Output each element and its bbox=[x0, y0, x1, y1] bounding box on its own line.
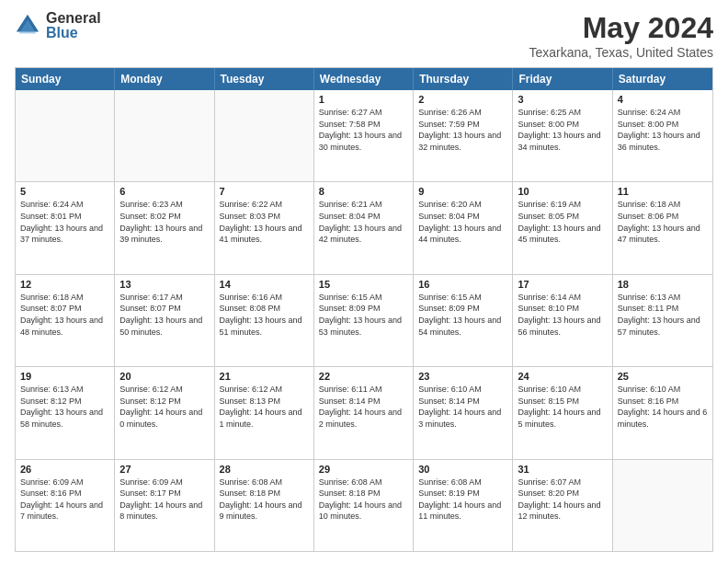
cell-info: Sunrise: 6:09 AMSunset: 8:16 PMDaylight:… bbox=[20, 477, 109, 523]
page: General Blue May 2024 Texarkana, Texas, … bbox=[0, 0, 728, 563]
cell-info: Sunrise: 6:10 AMSunset: 8:15 PMDaylight:… bbox=[518, 384, 607, 430]
cell-info: Sunrise: 6:13 AMSunset: 8:11 PMDaylight:… bbox=[618, 292, 708, 338]
calendar-cell: 18Sunrise: 6:13 AMSunset: 8:11 PMDayligh… bbox=[613, 275, 712, 366]
cell-info: Sunrise: 6:24 AMSunset: 8:01 PMDaylight:… bbox=[20, 199, 109, 245]
day-number: 1 bbox=[319, 94, 408, 105]
cell-info: Sunrise: 6:26 AMSunset: 7:59 PMDaylight:… bbox=[418, 107, 507, 153]
cell-info: Sunrise: 6:22 AMSunset: 8:03 PMDaylight:… bbox=[220, 199, 309, 245]
calendar-cell: 24Sunrise: 6:10 AMSunset: 8:15 PMDayligh… bbox=[513, 367, 612, 458]
cell-info: Sunrise: 6:08 AMSunset: 8:18 PMDaylight:… bbox=[220, 477, 309, 523]
cell-info: Sunrise: 6:16 AMSunset: 8:08 PMDaylight:… bbox=[220, 292, 309, 338]
cell-info: Sunrise: 6:18 AMSunset: 8:07 PMDaylight:… bbox=[20, 292, 109, 338]
cell-info: Sunrise: 6:18 AMSunset: 8:06 PMDaylight:… bbox=[618, 199, 708, 245]
calendar-row-5: 26Sunrise: 6:09 AMSunset: 8:16 PMDayligh… bbox=[16, 459, 712, 551]
calendar-title: May 2024 bbox=[529, 11, 713, 45]
day-number: 22 bbox=[319, 371, 408, 382]
day-number: 23 bbox=[418, 371, 507, 382]
cell-info: Sunrise: 6:21 AMSunset: 8:04 PMDaylight:… bbox=[319, 199, 408, 245]
calendar-cell: 22Sunrise: 6:11 AMSunset: 8:14 PMDayligh… bbox=[314, 367, 414, 458]
calendar-cell bbox=[613, 460, 712, 551]
day-number: 4 bbox=[618, 94, 708, 105]
logo-general: General bbox=[46, 11, 101, 26]
day-number: 28 bbox=[220, 464, 309, 475]
calendar-cell: 13Sunrise: 6:17 AMSunset: 8:07 PMDayligh… bbox=[115, 275, 214, 366]
day-number: 29 bbox=[319, 464, 408, 475]
cell-info: Sunrise: 6:24 AMSunset: 8:00 PMDaylight:… bbox=[618, 107, 708, 153]
day-number: 11 bbox=[618, 186, 708, 197]
day-header-saturday: Saturday bbox=[613, 68, 712, 90]
day-number: 18 bbox=[618, 279, 708, 290]
header: General Blue May 2024 Texarkana, Texas, … bbox=[15, 11, 713, 60]
calendar-cell: 10Sunrise: 6:19 AMSunset: 8:05 PMDayligh… bbox=[513, 182, 612, 273]
day-number: 26 bbox=[20, 464, 109, 475]
cell-info: Sunrise: 6:15 AMSunset: 8:09 PMDaylight:… bbox=[418, 292, 507, 338]
cell-info: Sunrise: 6:15 AMSunset: 8:09 PMDaylight:… bbox=[319, 292, 408, 338]
day-number: 7 bbox=[220, 186, 309, 197]
calendar-cell bbox=[215, 90, 314, 181]
calendar-cell: 9Sunrise: 6:20 AMSunset: 8:04 PMDaylight… bbox=[414, 182, 513, 273]
cell-info: Sunrise: 6:17 AMSunset: 8:07 PMDaylight:… bbox=[119, 292, 209, 338]
day-header-monday: Monday bbox=[115, 68, 214, 90]
day-number: 25 bbox=[618, 371, 708, 382]
title-block: May 2024 Texarkana, Texas, United States bbox=[529, 11, 713, 60]
day-number: 9 bbox=[418, 186, 507, 197]
calendar: SundayMondayTuesdayWednesdayThursdayFrid… bbox=[15, 67, 713, 552]
logo-text: General Blue bbox=[46, 11, 101, 40]
day-number: 21 bbox=[220, 371, 309, 382]
day-number: 8 bbox=[319, 186, 408, 197]
logo-blue: Blue bbox=[46, 26, 101, 40]
calendar-cell: 1Sunrise: 6:27 AMSunset: 7:58 PMDaylight… bbox=[314, 90, 414, 181]
cell-info: Sunrise: 6:23 AMSunset: 8:02 PMDaylight:… bbox=[119, 199, 209, 245]
calendar-row-2: 5Sunrise: 6:24 AMSunset: 8:01 PMDaylight… bbox=[16, 181, 712, 273]
day-number: 19 bbox=[20, 371, 109, 382]
day-number: 14 bbox=[220, 279, 309, 290]
cell-info: Sunrise: 6:07 AMSunset: 8:20 PMDaylight:… bbox=[518, 477, 607, 523]
cell-info: Sunrise: 6:13 AMSunset: 8:12 PMDaylight:… bbox=[20, 384, 109, 430]
cell-info: Sunrise: 6:12 AMSunset: 8:13 PMDaylight:… bbox=[220, 384, 309, 430]
day-number: 17 bbox=[518, 279, 607, 290]
day-number: 10 bbox=[518, 186, 607, 197]
calendar-cell: 26Sunrise: 6:09 AMSunset: 8:16 PMDayligh… bbox=[16, 460, 115, 551]
calendar-cell: 6Sunrise: 6:23 AMSunset: 8:02 PMDaylight… bbox=[115, 182, 214, 273]
cell-info: Sunrise: 6:09 AMSunset: 8:17 PMDaylight:… bbox=[119, 477, 209, 523]
calendar-cell: 15Sunrise: 6:15 AMSunset: 8:09 PMDayligh… bbox=[314, 275, 414, 366]
calendar-subtitle: Texarkana, Texas, United States bbox=[529, 45, 713, 60]
day-header-tuesday: Tuesday bbox=[215, 68, 314, 90]
cell-info: Sunrise: 6:10 AMSunset: 8:16 PMDaylight:… bbox=[618, 384, 708, 430]
calendar-cell: 5Sunrise: 6:24 AMSunset: 8:01 PMDaylight… bbox=[16, 182, 115, 273]
cell-info: Sunrise: 6:27 AMSunset: 7:58 PMDaylight:… bbox=[319, 107, 408, 153]
calendar-cell: 27Sunrise: 6:09 AMSunset: 8:17 PMDayligh… bbox=[115, 460, 214, 551]
day-number: 16 bbox=[418, 279, 507, 290]
calendar-cell: 3Sunrise: 6:25 AMSunset: 8:00 PMDaylight… bbox=[513, 90, 612, 181]
day-number: 2 bbox=[418, 94, 507, 105]
cell-info: Sunrise: 6:08 AMSunset: 8:18 PMDaylight:… bbox=[319, 477, 408, 523]
calendar-cell: 25Sunrise: 6:10 AMSunset: 8:16 PMDayligh… bbox=[613, 367, 712, 458]
cell-info: Sunrise: 6:25 AMSunset: 8:00 PMDaylight:… bbox=[518, 107, 607, 153]
calendar-row-1: 1Sunrise: 6:27 AMSunset: 7:58 PMDaylight… bbox=[16, 90, 712, 181]
calendar-cell: 11Sunrise: 6:18 AMSunset: 8:06 PMDayligh… bbox=[613, 182, 712, 273]
calendar-cell: 17Sunrise: 6:14 AMSunset: 8:10 PMDayligh… bbox=[513, 275, 612, 366]
day-number: 31 bbox=[518, 464, 607, 475]
day-number: 15 bbox=[319, 279, 408, 290]
day-number: 5 bbox=[20, 186, 109, 197]
calendar-row-4: 19Sunrise: 6:13 AMSunset: 8:12 PMDayligh… bbox=[16, 366, 712, 458]
calendar-header-row: SundayMondayTuesdayWednesdayThursdayFrid… bbox=[16, 68, 712, 90]
day-header-friday: Friday bbox=[513, 68, 612, 90]
calendar-cell: 4Sunrise: 6:24 AMSunset: 8:00 PMDaylight… bbox=[613, 90, 712, 181]
day-number: 20 bbox=[119, 371, 209, 382]
logo: General Blue bbox=[15, 11, 101, 40]
calendar-cell: 20Sunrise: 6:12 AMSunset: 8:12 PMDayligh… bbox=[115, 367, 214, 458]
calendar-cell: 16Sunrise: 6:15 AMSunset: 8:09 PMDayligh… bbox=[414, 275, 513, 366]
cell-info: Sunrise: 6:14 AMSunset: 8:10 PMDaylight:… bbox=[518, 292, 607, 338]
day-number: 12 bbox=[20, 279, 109, 290]
day-number: 24 bbox=[518, 371, 607, 382]
calendar-cell: 21Sunrise: 6:12 AMSunset: 8:13 PMDayligh… bbox=[215, 367, 314, 458]
calendar-body: 1Sunrise: 6:27 AMSunset: 7:58 PMDaylight… bbox=[16, 90, 712, 551]
calendar-cell: 28Sunrise: 6:08 AMSunset: 8:18 PMDayligh… bbox=[215, 460, 314, 551]
day-number: 6 bbox=[119, 186, 209, 197]
day-number: 3 bbox=[518, 94, 607, 105]
calendar-cell: 30Sunrise: 6:08 AMSunset: 8:19 PMDayligh… bbox=[414, 460, 513, 551]
calendar-row-3: 12Sunrise: 6:18 AMSunset: 8:07 PMDayligh… bbox=[16, 274, 712, 366]
day-number: 13 bbox=[119, 279, 209, 290]
day-header-sunday: Sunday bbox=[16, 68, 115, 90]
